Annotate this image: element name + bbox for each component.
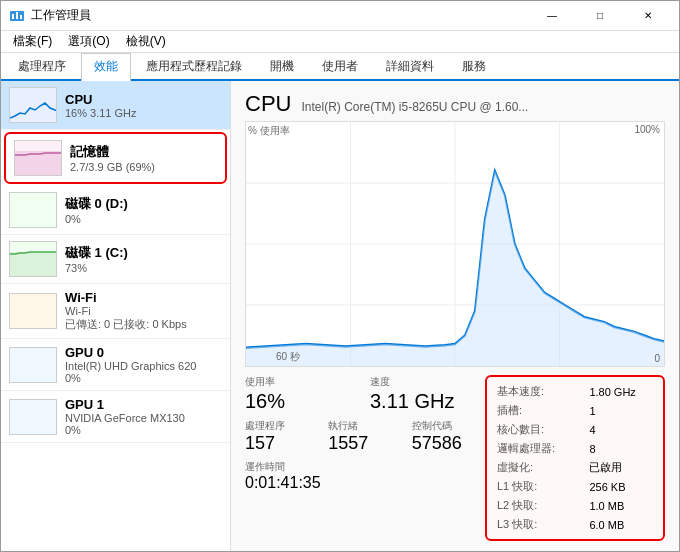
- l2-key: L2 快取:: [497, 497, 587, 514]
- mem-mini-chart: [14, 140, 62, 176]
- sidebar-item-disk1[interactable]: 磁碟 1 (C:) 73%: [1, 235, 230, 284]
- close-button[interactable]: ✕: [625, 1, 671, 31]
- threads-label: 執行緒: [328, 419, 401, 433]
- disk1-mini-chart: [9, 241, 57, 277]
- menu-file[interactable]: 檔案(F): [5, 31, 60, 52]
- speed-block: 速度 3.11 GHz: [370, 375, 485, 413]
- menu-view[interactable]: 檢視(V): [118, 31, 174, 52]
- cpu-name: CPU: [65, 92, 222, 107]
- disk0-stat: 0%: [65, 213, 222, 225]
- chart-x-right: 0: [654, 353, 660, 364]
- tab-details[interactable]: 詳細資料: [373, 53, 447, 79]
- main-title: CPU: [245, 91, 291, 117]
- info-row-virt: 虛擬化: 已啟用: [497, 459, 653, 476]
- usage-block: 使用率 16%: [245, 375, 360, 413]
- chart-x-left: 60 秒: [276, 350, 300, 364]
- window: 工作管理員 — □ ✕ 檔案(F) 選項(O) 檢視(V) 處理程序 效能 應用…: [0, 0, 680, 552]
- cpu-info-table: 基本速度: 1.80 GHz 插槽: 1 核心數目: 4 邏輯處理器:: [495, 381, 655, 535]
- title-text: 工作管理員: [31, 7, 91, 24]
- menu-options[interactable]: 選項(O): [60, 31, 117, 52]
- handles-value: 57586: [412, 433, 485, 454]
- stats-left: 使用率 16% 速度 3.11 GHz 處理程序 157: [245, 375, 485, 541]
- info-row-sockets: 插槽: 1: [497, 402, 653, 419]
- l3-key: L3 快取:: [497, 516, 587, 533]
- sidebar-item-cpu[interactable]: CPU 16% 3.11 GHz: [1, 81, 230, 130]
- svg-rect-2: [16, 12, 18, 19]
- sockets-key: 插槽:: [497, 402, 587, 419]
- disk1-info: 磁碟 1 (C:) 73%: [65, 244, 222, 274]
- sidebar-item-wifi[interactable]: Wi-Fi Wi-Fi 已傳送: 0 已接收: 0 Kbps: [1, 284, 230, 339]
- disk0-info: 磁碟 0 (D:) 0%: [65, 195, 222, 225]
- main-panel: CPU Intel(R) Core(TM) i5-8265U CPU @ 1.6…: [231, 81, 679, 551]
- disk0-name: 磁碟 0 (D:): [65, 195, 222, 213]
- runtime-label: 運作時間: [245, 460, 485, 474]
- title-bar-left: 工作管理員: [9, 7, 91, 24]
- handles-label: 控制代碼: [412, 419, 485, 433]
- sidebar-item-disk0[interactable]: 磁碟 0 (D:) 0%: [1, 186, 230, 235]
- sidebar-item-gpu0[interactable]: GPU 0 Intel(R) UHD Graphics 620 0%: [1, 339, 230, 391]
- tab-app-history[interactable]: 應用程式歷程記錄: [133, 53, 255, 79]
- cpu-chart: % 使用率 100% 60 秒 0: [245, 121, 665, 367]
- l1-val: 256 KB: [589, 478, 653, 495]
- sidebar-item-gpu1[interactable]: GPU 1 NVIDIA GeForce MX130 0%: [1, 391, 230, 443]
- sockets-val: 1: [589, 402, 653, 419]
- main-subtitle: Intel(R) Core(TM) i5-8265U CPU @ 1.60...: [301, 100, 528, 114]
- mem-name: 記憶體: [70, 143, 217, 161]
- wifi-stat2: 已傳送: 0 已接收: 0 Kbps: [65, 317, 222, 332]
- wifi-mini-chart: [9, 293, 57, 329]
- gpu1-info: GPU 1 NVIDIA GeForce MX130 0%: [65, 397, 222, 436]
- chart-svg: [246, 122, 664, 366]
- info-row-base-speed: 基本速度: 1.80 GHz: [497, 383, 653, 400]
- gpu1-name: GPU 1: [65, 397, 222, 412]
- title-bar: 工作管理員 — □ ✕: [1, 1, 679, 31]
- runtime-block: 運作時間 0:01:41:35: [245, 460, 485, 492]
- minimize-button[interactable]: —: [529, 1, 575, 31]
- gpu0-mini-chart: [9, 347, 57, 383]
- base-speed-val: 1.80 GHz: [589, 383, 653, 400]
- runtime-value: 0:01:41:35: [245, 474, 485, 492]
- maximize-button[interactable]: □: [577, 1, 623, 31]
- tab-services[interactable]: 服務: [449, 53, 499, 79]
- threads-value: 1557: [328, 433, 401, 454]
- tab-processes[interactable]: 處理程序: [5, 53, 79, 79]
- wifi-name: Wi-Fi: [65, 290, 222, 305]
- threads-block: 執行緒 1557: [328, 419, 401, 454]
- virt-val: 已啟用: [589, 459, 653, 476]
- main-header: CPU Intel(R) Core(TM) i5-8265U CPU @ 1.6…: [245, 91, 665, 117]
- cpu-stat: 16% 3.11 GHz: [65, 107, 222, 119]
- tab-users[interactable]: 使用者: [309, 53, 371, 79]
- info-row-cores: 核心數目: 4: [497, 421, 653, 438]
- usage-value: 16%: [245, 389, 360, 413]
- mem-info: 記憶體 2.7/3.9 GB (69%): [70, 143, 217, 173]
- gpu0-stat1: Intel(R) UHD Graphics 620: [65, 360, 222, 372]
- info-row-l1: L1 快取: 256 KB: [497, 478, 653, 495]
- logical-key: 邏輯處理器:: [497, 440, 587, 457]
- cpu-info: CPU 16% 3.11 GHz: [65, 92, 222, 119]
- gpu1-stat2: 0%: [65, 424, 222, 436]
- svg-rect-5: [10, 252, 57, 277]
- cpu-info-panel: 基本速度: 1.80 GHz 插槽: 1 核心數目: 4 邏輯處理器:: [485, 375, 665, 541]
- gpu1-mini-chart: [9, 399, 57, 435]
- info-row-logical: 邏輯處理器: 8: [497, 440, 653, 457]
- info-row-l3: L3 快取: 6.0 MB: [497, 516, 653, 533]
- wifi-info: Wi-Fi Wi-Fi 已傳送: 0 已接收: 0 Kbps: [65, 290, 222, 332]
- svg-rect-1: [12, 14, 14, 19]
- handles-block: 控制代碼 57586: [412, 419, 485, 454]
- processes-label: 處理程序: [245, 419, 318, 433]
- tab-startup[interactable]: 開機: [257, 53, 307, 79]
- l1-key: L1 快取:: [497, 478, 587, 495]
- l2-val: 1.0 MB: [589, 497, 653, 514]
- processes-value: 157: [245, 433, 318, 454]
- sidebar: CPU 16% 3.11 GHz 記憶體 2.7/3.9 GB (69%): [1, 81, 231, 551]
- l3-val: 6.0 MB: [589, 516, 653, 533]
- tab-bar: 處理程序 效能 應用程式歷程記錄 開機 使用者 詳細資料 服務: [1, 53, 679, 81]
- wifi-stat1: Wi-Fi: [65, 305, 222, 317]
- tab-performance[interactable]: 效能: [81, 53, 131, 81]
- gpu0-info: GPU 0 Intel(R) UHD Graphics 620 0%: [65, 345, 222, 384]
- disk1-stat: 73%: [65, 262, 222, 274]
- usage-label: 使用率: [245, 375, 360, 389]
- base-speed-key: 基本速度:: [497, 383, 587, 400]
- sidebar-item-memory[interactable]: 記憶體 2.7/3.9 GB (69%): [4, 132, 227, 184]
- cpu-mini-chart: [9, 87, 57, 123]
- info-row-l2: L2 快取: 1.0 MB: [497, 497, 653, 514]
